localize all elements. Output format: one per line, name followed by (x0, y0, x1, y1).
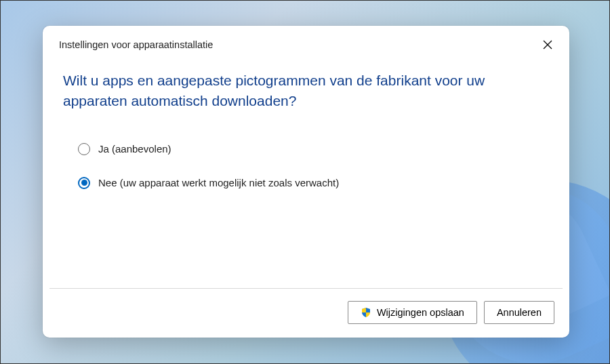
titlebar: Instellingen voor apparaatinstallatie (43, 26, 569, 60)
cancel-button-label: Annuleren (497, 307, 542, 318)
save-changes-button[interactable]: Wijzigingen opslaan (348, 301, 477, 324)
option-no-label: Nee (uw apparaat werkt mogelijk niet zoa… (98, 177, 339, 188)
dialog-content: Wilt u apps en aangepaste pictogrammen v… (43, 60, 569, 288)
radio-yes[interactable] (78, 143, 90, 155)
cancel-button[interactable]: Annuleren (484, 301, 554, 324)
option-yes[interactable]: Ja (aanbevolen) (78, 143, 549, 155)
dialog-title: Instellingen voor apparaatinstallatie (59, 39, 213, 50)
close-button[interactable] (538, 35, 557, 54)
option-yes-label: Ja (aanbevolen) (98, 143, 171, 155)
save-button-label: Wijzigingen opslaan (377, 307, 464, 318)
uac-shield-icon (361, 307, 371, 318)
dialog-heading: Wilt u apps en aangepaste pictogrammen v… (63, 70, 549, 112)
device-installation-settings-dialog: Instellingen voor apparaatinstallatie Wi… (43, 26, 569, 338)
radio-no[interactable] (78, 177, 90, 189)
dialog-footer: Wijzigingen opslaan Annuleren (43, 289, 569, 338)
close-icon (543, 40, 552, 49)
option-no[interactable]: Nee (uw apparaat werkt mogelijk niet zoa… (78, 177, 549, 189)
